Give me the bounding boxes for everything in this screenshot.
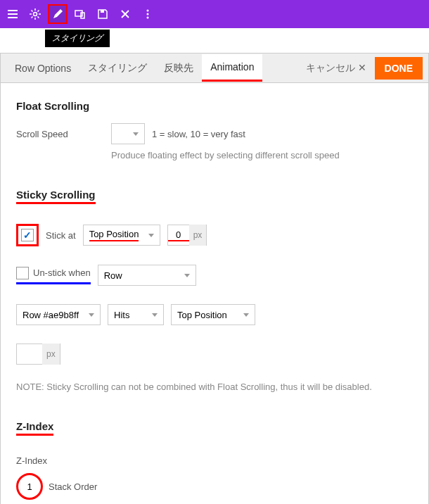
tab-reflect[interactable]: 反映先 — [155, 55, 202, 82]
unstick-row-select[interactable]: Row — [98, 265, 196, 286]
scroll-speed-hint: 1 = slow, 10 = very fast — [152, 129, 245, 139]
zindex-title: Z-Index — [16, 420, 53, 436]
stack-order-label: Stack Order — [49, 481, 97, 492]
unstick-checkbox[interactable] — [16, 267, 29, 279]
float-scrolling-section: Float Scrolling Scroll Speed 1 = slow, 1… — [16, 100, 413, 160]
devices-icon[interactable] — [70, 4, 90, 24]
stick-at-checkbox[interactable] — [21, 229, 34, 241]
stick-at-label: Stick at — [46, 230, 76, 241]
sticky-px-input[interactable]: px — [16, 344, 60, 365]
more-icon[interactable] — [138, 4, 158, 24]
stick-at-position-text: Top Position — [89, 229, 139, 241]
svg-point-9 — [147, 17, 149, 19]
tab-styling[interactable]: スタイリング — [79, 55, 155, 82]
panel: Row Options スタイリング 反映先 Animation キャンセル ✕… — [0, 53, 429, 504]
scroll-speed-select[interactable] — [111, 123, 145, 144]
close-icon[interactable] — [115, 4, 135, 24]
scroll-speed-label: Scroll Speed — [16, 129, 104, 139]
position-select[interactable]: Top Position — [171, 304, 255, 325]
rows-icon[interactable] — [3, 4, 23, 24]
unstick-checkbox-wrap: Un-stick when — [16, 267, 91, 284]
zindex-input[interactable] — [23, 481, 37, 492]
brush-icon[interactable] — [48, 4, 68, 24]
zindex-section: Z-Index Z-Index Stack Order Module with … — [16, 420, 413, 504]
svg-point-7 — [147, 10, 149, 12]
float-scrolling-title: Float Scrolling — [16, 100, 413, 112]
float-desc: Produce floating effect by selecting dif… — [111, 150, 413, 160]
zindex-label: Z-Index — [16, 455, 104, 466]
hits-text: Hits — [114, 310, 129, 320]
stick-at-px-value: 0 — [168, 229, 189, 241]
sticky-px-field[interactable] — [17, 344, 42, 364]
svg-rect-0 — [8, 10, 18, 11]
done-button[interactable]: DONE — [375, 57, 423, 80]
svg-rect-1 — [8, 13, 18, 15]
stick-at-position-select[interactable]: Top Position — [83, 225, 160, 246]
row-id-select[interactable]: Row #ae9b8ff — [16, 304, 101, 325]
tabs: Row Options スタイリング 反映先 Animation キャンセル ✕… — [1, 53, 428, 83]
svg-point-3 — [34, 13, 37, 16]
hits-select[interactable]: Hits — [108, 304, 164, 325]
sticky-scrolling-title: Sticky Scrolling — [16, 189, 96, 204]
svg-rect-6 — [101, 10, 104, 13]
stick-at-px-input[interactable]: 0 px — [167, 225, 207, 246]
gear-icon[interactable] — [25, 4, 45, 24]
px-unit-2: px — [42, 344, 60, 365]
stick-at-checkbox-wrap — [16, 224, 39, 246]
svg-point-8 — [147, 13, 149, 15]
px-unit: px — [189, 225, 207, 246]
unstick-label: Un-stick when — [33, 267, 91, 278]
row-id-text: Row #ae9b8ff — [23, 310, 79, 320]
sticky-scrolling-section: Sticky Scrolling Stick at Top Position 0… — [16, 189, 413, 392]
unstick-row-text: Row — [104, 270, 122, 281]
tab-animation[interactable]: Animation — [202, 54, 262, 82]
tooltip: スタイリング — [45, 30, 110, 47]
svg-rect-2 — [8, 17, 18, 18]
cancel-button[interactable]: キャンセル ✕ — [303, 59, 369, 77]
tab-row-options[interactable]: Row Options — [6, 56, 79, 81]
save-icon[interactable] — [93, 4, 113, 24]
toolbar — [0, 0, 429, 28]
sticky-note: NOTE: Sticky Scrolling can not be combin… — [16, 382, 413, 392]
position-text: Top Position — [177, 310, 227, 320]
content: Float Scrolling Scroll Speed 1 = slow, 1… — [1, 83, 428, 504]
zindex-input-wrap — [16, 473, 43, 500]
